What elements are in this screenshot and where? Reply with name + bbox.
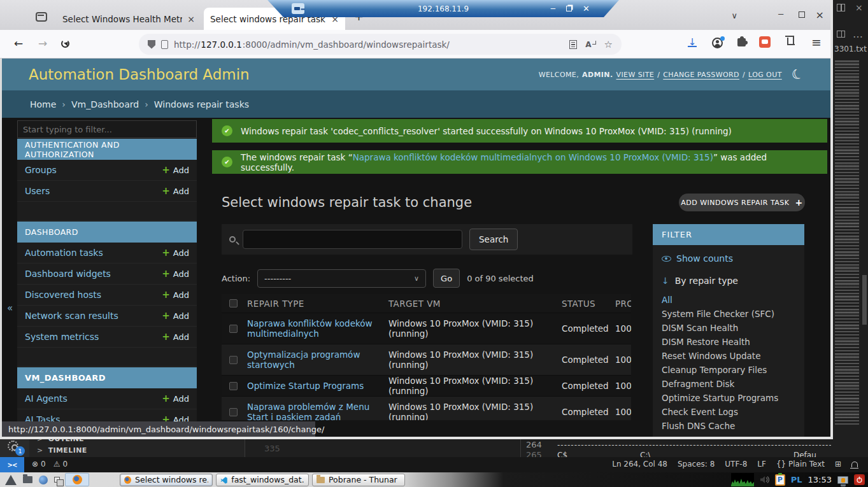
timeline-section[interactable]: > TIMELINE <box>37 446 87 455</box>
add-link[interactable]: +Add <box>162 268 189 279</box>
search-button[interactable]: Search <box>469 229 518 250</box>
web-browser-icon[interactable] <box>39 476 48 484</box>
translate-icon[interactable]: A <box>585 40 595 49</box>
repair-type-link[interactable]: Naprawa problemów z Menu Start i paskiem… <box>247 402 388 420</box>
filter-option[interactable]: System File Checker (SFC) <box>662 307 795 321</box>
vnc-close-icon[interactable]: ✕ <box>583 4 590 13</box>
search-input[interactable] <box>243 230 462 249</box>
add-link[interactable]: +Add <box>162 185 189 197</box>
sidebar-item-network-scan-results[interactable]: Network scan results +Add <box>17 306 197 327</box>
sidebar-item-dashboard-widgets[interactable]: Dashboard widgets +Add <box>17 264 197 285</box>
add-link[interactable]: +Add <box>162 393 189 404</box>
sidebar-item-discovered-hosts[interactable]: Discovered hosts +Add <box>17 285 197 306</box>
app-menu-icon[interactable] <box>5 475 17 485</box>
lock-screen-icon[interactable] <box>837 476 848 484</box>
back-icon[interactable]: ← <box>14 37 23 50</box>
window-close-icon[interactable]: × <box>816 9 824 21</box>
keyboard-layout[interactable]: PL <box>791 475 802 484</box>
list-all-tabs-icon[interactable]: ∨ <box>731 11 737 20</box>
add-link[interactable]: +Add <box>162 289 189 300</box>
sidebar-item-users[interactable]: Users +Add <box>17 181 197 202</box>
repair-type-link[interactable]: Optymalizacja programów startowych <box>247 349 388 370</box>
taskbar-window-vscode[interactable]: fast_windows_dat... <box>216 474 309 486</box>
eol[interactable]: LF <box>757 460 766 469</box>
sidebar-item-groups[interactable]: Groups +Add <box>17 160 197 181</box>
add-link[interactable]: +Add <box>162 164 189 176</box>
close-icon[interactable]: × <box>855 4 863 11</box>
filter-option[interactable]: Flush DNS Cache <box>662 419 795 433</box>
site-title[interactable]: Automation Dashboard Admin <box>29 66 250 83</box>
filter-option-all[interactable]: All <box>662 293 795 307</box>
problems-indicator[interactable]: ⊗0 ⚠0 <box>32 460 68 469</box>
clipboard-icon[interactable]: P <box>775 474 785 486</box>
row-checkbox[interactable] <box>229 382 238 390</box>
dark-mode-toggle-icon[interactable]: ☾ <box>789 65 806 83</box>
add-windows-repair-task-button[interactable]: ADD WINDOWS REPAIR TASK + <box>679 194 805 211</box>
vscode-filename[interactable]: 3301.txt <box>834 45 867 53</box>
filter-option[interactable]: Optimize Startup Programs <box>662 391 795 405</box>
taskbar-window-thunar[interactable]: Pobrane - Thunar <box>312 474 405 486</box>
vscode-scrollbar[interactable] <box>862 275 867 325</box>
sidebar-item-automation-tasks[interactable]: Automation tasks +Add <box>17 243 197 264</box>
sidebar-filter-input[interactable] <box>17 120 197 138</box>
repair-type-link[interactable]: Naprawa konfliktów kodeków multimedialny… <box>247 318 388 339</box>
outline-section[interactable]: > OUTLINE <box>37 439 84 443</box>
vnc-restore-icon[interactable] <box>566 6 572 11</box>
reload-icon[interactable] <box>61 39 69 48</box>
task-link[interactable]: Naprawa konfliktów kodeków multimedialny… <box>353 152 713 162</box>
layout-columns-icon[interactable] <box>837 31 845 38</box>
split-editor-icon[interactable] <box>837 4 845 11</box>
crop-icon[interactable] <box>787 38 795 45</box>
column-header[interactable]: STATUS <box>562 299 615 309</box>
more-icon[interactable]: … <box>853 28 863 40</box>
extensions-icon[interactable] <box>737 38 746 46</box>
window-minimize-icon[interactable]: ─ <box>778 10 783 19</box>
bell-icon[interactable] <box>851 462 858 467</box>
hamburger-menu-icon[interactable]: ≡ <box>811 35 822 49</box>
column-header[interactable]: TARGET VM <box>388 299 562 309</box>
repair-type-link[interactable]: Optimize Startup Programs <box>247 381 388 391</box>
reader-mode-icon[interactable] <box>569 40 577 49</box>
filter-option[interactable]: DISM Restore Health <box>662 335 795 349</box>
filter-option[interactable]: Cleanup Temporary Files <box>662 363 795 377</box>
windows-copy-icon[interactable] <box>54 477 60 483</box>
firefox-view-icon[interactable] <box>36 12 47 22</box>
show-counts-link[interactable]: Show counts <box>653 245 804 267</box>
sidebar-item-system-metrics[interactable]: System metricss +Add <box>17 327 197 348</box>
filter-option[interactable]: DISM Scan Health <box>662 321 795 335</box>
shield-icon[interactable] <box>148 40 155 49</box>
sidebar-item-ai-agents[interactable]: AI Agents +Add <box>17 388 197 409</box>
row-checkbox[interactable] <box>229 408 238 416</box>
file-manager-icon[interactable] <box>23 476 32 483</box>
vnc-connection-bar[interactable]: 192.168.11.9 ─ ✕ <box>267 0 619 17</box>
add-link[interactable]: +Add <box>162 247 189 258</box>
column-header[interactable]: PROGRESS <box>615 299 631 309</box>
view-site-link[interactable]: VIEW SITE <box>616 71 655 79</box>
change-password-link[interactable]: CHANGE PASSWORD <box>663 71 739 79</box>
filter-option[interactable]: Defragment Disk <box>662 377 795 391</box>
vscode-minimap[interactable] <box>835 60 859 427</box>
add-link[interactable]: +Add <box>162 331 189 342</box>
bookmark-star-icon[interactable]: ☆ <box>604 39 613 50</box>
pin-icon[interactable] <box>292 3 304 14</box>
go-button[interactable]: Go <box>433 269 460 288</box>
downloads-icon[interactable]: ↓ <box>688 36 697 47</box>
volume-icon[interactable] <box>760 476 769 484</box>
row-checkbox[interactable] <box>229 325 238 333</box>
row-checkbox[interactable] <box>229 356 238 364</box>
indentation[interactable]: Spaces: 8 <box>678 460 715 469</box>
clock[interactable]: 13:53 <box>808 475 832 484</box>
cpu-graph-icon[interactable] <box>731 473 754 486</box>
url-bar[interactable]: http://127.0.0.1:8000/admin/vm_dashboard… <box>139 34 622 55</box>
window-maximize-icon[interactable] <box>799 11 805 18</box>
add-link[interactable]: +Add <box>162 310 189 321</box>
power-icon[interactable] <box>854 474 865 485</box>
tab-close-icon[interactable]: × <box>187 14 195 24</box>
page-info-icon[interactable] <box>161 40 168 49</box>
breadcrumb-home[interactable]: Home <box>30 99 56 109</box>
cursor-position[interactable]: Ln 264, Col 48 <box>612 460 667 469</box>
column-header[interactable]: REPAIR TYPE <box>247 299 388 309</box>
filter-option[interactable]: Check Event Logs <box>662 405 795 419</box>
language-mode[interactable]: {} Plain Text <box>776 460 825 469</box>
action-select[interactable]: --------- ∨ <box>257 269 426 288</box>
